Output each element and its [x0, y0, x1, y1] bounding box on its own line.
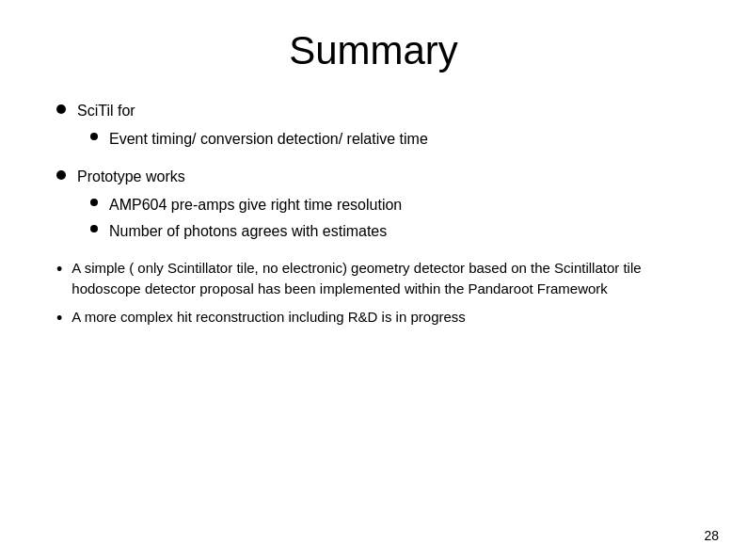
- bullet-dot-2-1: [90, 199, 98, 206]
- bullet-text-amp604: AMP604 pre-amps give right time resoluti…: [109, 194, 691, 216]
- point-item-2: • A more complex hit reconstruction incl…: [56, 307, 691, 331]
- point-item-1: • A simple ( only Scintillator tile, no …: [56, 258, 691, 299]
- bullet-dot-1-1: [90, 133, 98, 140]
- bullet-text-event-timing: Event timing/ conversion detection/ rela…: [109, 128, 691, 151]
- bullet-item-scitil: SciTil for: [56, 100, 691, 122]
- page-title: Summary: [56, 28, 691, 73]
- bullet-item-prototype: Prototype works: [56, 166, 691, 188]
- bullet-text-scitil: SciTil for: [77, 100, 691, 122]
- point-dot-1: •: [56, 257, 62, 282]
- content-area: SciTil for Event timing/ conversion dete…: [56, 100, 691, 331]
- bullet-item-amp604: AMP604 pre-amps give right time resoluti…: [90, 194, 691, 216]
- bullet-dot-2-2: [90, 225, 98, 232]
- bullet-item-event-timing: Event timing/ conversion detection/ rela…: [90, 128, 691, 151]
- point-dot-2: •: [56, 306, 62, 331]
- bullet-text-prototype: Prototype works: [77, 166, 691, 188]
- point-text-2: A more complex hit reconstruction includ…: [72, 307, 691, 328]
- bullet-dot-2: [56, 170, 66, 180]
- slide: Summary SciTil for Event timing/ convers…: [0, 0, 747, 560]
- page-number: 28: [704, 528, 719, 543]
- bullet-dot-1: [56, 104, 66, 114]
- point-text-1: A simple ( only Scintillator tile, no el…: [72, 258, 691, 299]
- bullet-text-photons: Number of photons agrees with estimates: [109, 220, 691, 243]
- bullet-item-photons: Number of photons agrees with estimates: [90, 220, 691, 243]
